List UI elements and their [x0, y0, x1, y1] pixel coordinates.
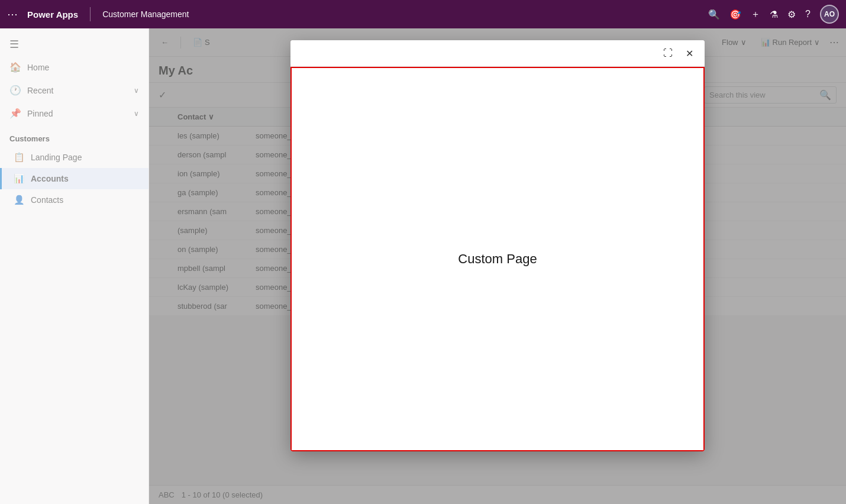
target-icon[interactable]: 🎯	[729, 9, 741, 20]
sidebar-item-pinned[interactable]: 📌 Pinned ∨	[0, 102, 148, 125]
landing-page-icon: 📋	[14, 152, 25, 163]
close-icon: ✕	[686, 48, 693, 59]
sidebar: ☰ 🏠 Home 🕐 Recent ∨ 📌 Pinned ∨ Customers…	[0, 28, 149, 504]
hamburger-menu[interactable]: ☰	[0, 28, 148, 56]
layout: ☰ 🏠 Home 🕐 Recent ∨ 📌 Pinned ∨ Customers…	[0, 28, 846, 504]
app-name: Customer Management	[102, 9, 189, 19]
sidebar-item-contacts[interactable]: 👤 Contacts	[0, 189, 148, 211]
accounts-icon: 📊	[14, 173, 25, 184]
expand-icon: ⛶	[663, 48, 673, 59]
contacts-icon: 👤	[14, 195, 25, 205]
sidebar-item-recent[interactable]: 🕐 Recent ∨	[0, 79, 148, 102]
user-avatar[interactable]: AO	[820, 5, 839, 24]
sidebar-item-home[interactable]: 🏠 Home	[0, 56, 148, 79]
close-button[interactable]: ✕	[681, 45, 698, 62]
chevron-down-icon: ∨	[134, 86, 139, 95]
sidebar-item-accounts[interactable]: 📊 Accounts	[0, 168, 148, 189]
add-icon[interactable]: ＋	[751, 8, 760, 21]
modal-overlay: ⛶ ✕ Custom Page	[149, 28, 846, 504]
recent-icon: 🕐	[9, 85, 21, 96]
app-logo: Power Apps	[27, 9, 78, 20]
modal-header: ⛶ ✕	[290, 40, 705, 67]
sidebar-item-landing-page[interactable]: 📋 Landing Page	[0, 147, 148, 168]
topbar-right: 🔍 🎯 ＋ ⚗ ⚙ ? AO	[708, 5, 839, 24]
help-icon[interactable]: ?	[805, 9, 811, 20]
custom-page-text: Custom Page	[458, 251, 537, 267]
expand-button[interactable]: ⛶	[660, 45, 676, 62]
filter-icon[interactable]: ⚗	[770, 9, 778, 20]
home-icon: 🏠	[9, 62, 21, 73]
topbar: ⋯ Power Apps Customer Management 🔍 🎯 ＋ ⚗…	[0, 0, 846, 28]
sidebar-recent-label: Recent	[27, 86, 53, 95]
customers-section-label: Customers	[0, 125, 148, 147]
apps-grid-icon[interactable]: ⋯	[7, 8, 18, 21]
sidebar-home-label: Home	[27, 63, 49, 72]
modal-dialog: ⛶ ✕ Custom Page	[290, 40, 705, 451]
sidebar-pinned-label: Pinned	[27, 109, 53, 118]
sidebar-contacts-label: Contacts	[31, 195, 63, 205]
sidebar-landing-label: Landing Page	[31, 153, 82, 162]
main-content: ← 📄 S Flow ∨ 📊 Run Report ∨ ⋯	[149, 28, 846, 504]
settings-icon[interactable]: ⚙	[787, 9, 796, 20]
topbar-divider	[90, 7, 91, 21]
pin-icon: 📌	[9, 108, 21, 119]
search-icon[interactable]: 🔍	[708, 9, 720, 20]
sidebar-accounts-label: Accounts	[31, 174, 69, 183]
chevron-down-icon: ∨	[134, 109, 139, 118]
modal-body: Custom Page	[290, 67, 705, 451]
